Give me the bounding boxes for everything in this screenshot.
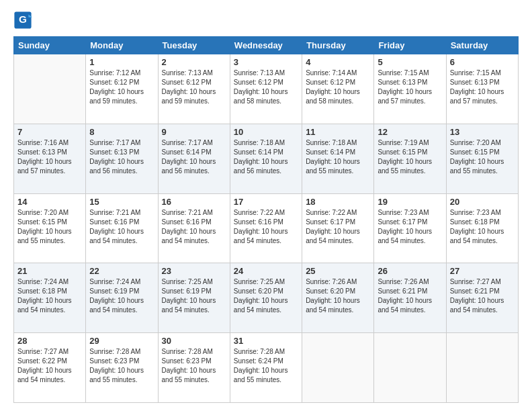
- day-header-tuesday: Tuesday: [158, 37, 230, 54]
- calendar-cell: 20Sunrise: 7:23 AM Sunset: 6:18 PM Dayli…: [446, 193, 518, 263]
- day-header-sunday: Sunday: [14, 37, 86, 54]
- calendar-cell: [446, 333, 518, 403]
- day-info: Sunrise: 7:22 AM Sunset: 6:17 PM Dayligh…: [306, 208, 370, 246]
- day-number: 5: [378, 57, 442, 67]
- day-info: Sunrise: 7:15 AM Sunset: 6:13 PM Dayligh…: [378, 68, 442, 106]
- calendar-cell: 8Sunrise: 7:17 AM Sunset: 6:13 PM Daylig…: [86, 124, 158, 193]
- calendar-cell: 15Sunrise: 7:21 AM Sunset: 6:16 PM Dayli…: [86, 193, 158, 263]
- day-number: 6: [450, 57, 515, 67]
- calendar-cell: [374, 333, 446, 403]
- logo-icon: G: [13, 11, 32, 30]
- week-row-3: 14Sunrise: 7:20 AM Sunset: 6:15 PM Dayli…: [14, 193, 519, 263]
- day-info: Sunrise: 7:25 AM Sunset: 6:19 PM Dayligh…: [162, 277, 226, 315]
- day-number: 19: [378, 197, 442, 207]
- day-info: Sunrise: 7:27 AM Sunset: 6:21 PM Dayligh…: [450, 277, 515, 315]
- day-number: 29: [89, 336, 154, 346]
- day-info: Sunrise: 7:26 AM Sunset: 6:20 PM Dayligh…: [306, 277, 370, 315]
- day-number: 30: [162, 336, 226, 346]
- calendar-cell: 28Sunrise: 7:27 AM Sunset: 6:22 PM Dayli…: [14, 333, 86, 403]
- day-info: Sunrise: 7:27 AM Sunset: 6:22 PM Dayligh…: [17, 347, 82, 385]
- day-info: Sunrise: 7:28 AM Sunset: 6:23 PM Dayligh…: [89, 347, 154, 385]
- header: G: [13, 11, 519, 30]
- day-info: Sunrise: 7:21 AM Sunset: 6:16 PM Dayligh…: [162, 208, 226, 246]
- day-number: 18: [306, 197, 370, 207]
- calendar-cell: 30Sunrise: 7:28 AM Sunset: 6:23 PM Dayli…: [158, 333, 230, 403]
- day-number: 14: [17, 197, 82, 207]
- calendar-table: SundayMondayTuesdayWednesdayThursdayFrid…: [13, 36, 519, 403]
- day-info: Sunrise: 7:24 AM Sunset: 6:19 PM Dayligh…: [89, 277, 154, 315]
- day-number: 11: [306, 127, 370, 137]
- day-info: Sunrise: 7:13 AM Sunset: 6:12 PM Dayligh…: [234, 68, 298, 106]
- day-info: Sunrise: 7:12 AM Sunset: 6:12 PM Dayligh…: [89, 68, 154, 106]
- day-number: 1: [89, 57, 154, 67]
- calendar-cell: 29Sunrise: 7:28 AM Sunset: 6:23 PM Dayli…: [86, 333, 158, 403]
- calendar-cell: 12Sunrise: 7:19 AM Sunset: 6:15 PM Dayli…: [374, 124, 446, 193]
- calendar-cell: 3Sunrise: 7:13 AM Sunset: 6:12 PM Daylig…: [230, 54, 302, 124]
- header-row: SundayMondayTuesdayWednesdayThursdayFrid…: [14, 37, 519, 54]
- calendar-cell: 5Sunrise: 7:15 AM Sunset: 6:13 PM Daylig…: [374, 54, 446, 124]
- day-number: 21: [17, 266, 82, 276]
- calendar-cell: 19Sunrise: 7:23 AM Sunset: 6:17 PM Dayli…: [374, 193, 446, 263]
- calendar-cell: 10Sunrise: 7:18 AM Sunset: 6:14 PM Dayli…: [230, 124, 302, 193]
- day-info: Sunrise: 7:15 AM Sunset: 6:13 PM Dayligh…: [450, 68, 515, 106]
- calendar-cell: 26Sunrise: 7:26 AM Sunset: 6:21 PM Dayli…: [374, 263, 446, 333]
- calendar-cell: 22Sunrise: 7:24 AM Sunset: 6:19 PM Dayli…: [86, 263, 158, 333]
- day-number: 22: [89, 266, 154, 276]
- day-info: Sunrise: 7:17 AM Sunset: 6:14 PM Dayligh…: [162, 138, 226, 176]
- day-number: 15: [89, 197, 154, 207]
- day-number: 10: [234, 127, 298, 137]
- day-info: Sunrise: 7:26 AM Sunset: 6:21 PM Dayligh…: [378, 277, 442, 315]
- day-number: 23: [162, 266, 226, 276]
- day-number: 16: [162, 197, 226, 207]
- day-info: Sunrise: 7:14 AM Sunset: 6:12 PM Dayligh…: [306, 68, 370, 106]
- calendar-cell: 6Sunrise: 7:15 AM Sunset: 6:13 PM Daylig…: [446, 54, 518, 124]
- day-number: 26: [378, 266, 442, 276]
- day-number: 31: [234, 336, 298, 346]
- day-number: 13: [450, 127, 515, 137]
- day-info: Sunrise: 7:18 AM Sunset: 6:14 PM Dayligh…: [234, 138, 298, 176]
- day-number: 25: [306, 266, 370, 276]
- day-header-monday: Monday: [86, 37, 158, 54]
- calendar-cell: 14Sunrise: 7:20 AM Sunset: 6:15 PM Dayli…: [14, 193, 86, 263]
- day-info: Sunrise: 7:20 AM Sunset: 6:15 PM Dayligh…: [17, 208, 82, 246]
- calendar-cell: 24Sunrise: 7:25 AM Sunset: 6:20 PM Dayli…: [230, 263, 302, 333]
- calendar-cell: [302, 333, 374, 403]
- calendar-cell: 23Sunrise: 7:25 AM Sunset: 6:19 PM Dayli…: [158, 263, 230, 333]
- logo: G: [13, 11, 35, 30]
- calendar-cell: 31Sunrise: 7:28 AM Sunset: 6:24 PM Dayli…: [230, 333, 302, 403]
- day-info: Sunrise: 7:19 AM Sunset: 6:15 PM Dayligh…: [378, 138, 442, 176]
- calendar-cell: 13Sunrise: 7:20 AM Sunset: 6:15 PM Dayli…: [446, 124, 518, 193]
- day-info: Sunrise: 7:23 AM Sunset: 6:17 PM Dayligh…: [378, 208, 442, 246]
- calendar-cell: 21Sunrise: 7:24 AM Sunset: 6:18 PM Dayli…: [14, 263, 86, 333]
- day-info: Sunrise: 7:16 AM Sunset: 6:13 PM Dayligh…: [17, 138, 82, 176]
- day-number: 2: [162, 57, 226, 67]
- day-info: Sunrise: 7:20 AM Sunset: 6:15 PM Dayligh…: [450, 138, 515, 176]
- svg-text:G: G: [19, 13, 27, 25]
- day-number: 17: [234, 197, 298, 207]
- calendar-cell: 11Sunrise: 7:18 AM Sunset: 6:14 PM Dayli…: [302, 124, 374, 193]
- day-number: 8: [89, 127, 154, 137]
- week-row-5: 28Sunrise: 7:27 AM Sunset: 6:22 PM Dayli…: [14, 333, 519, 403]
- day-info: Sunrise: 7:13 AM Sunset: 6:12 PM Dayligh…: [162, 68, 226, 106]
- day-number: 9: [162, 127, 226, 137]
- day-header-saturday: Saturday: [446, 37, 518, 54]
- week-row-1: 1Sunrise: 7:12 AM Sunset: 6:12 PM Daylig…: [14, 54, 519, 124]
- day-info: Sunrise: 7:24 AM Sunset: 6:18 PM Dayligh…: [17, 277, 82, 315]
- day-info: Sunrise: 7:17 AM Sunset: 6:13 PM Dayligh…: [89, 138, 154, 176]
- day-header-wednesday: Wednesday: [230, 37, 302, 54]
- day-info: Sunrise: 7:18 AM Sunset: 6:14 PM Dayligh…: [306, 138, 370, 176]
- day-number: 3: [234, 57, 298, 67]
- day-number: 20: [450, 197, 515, 207]
- day-number: 4: [306, 57, 370, 67]
- week-row-2: 7Sunrise: 7:16 AM Sunset: 6:13 PM Daylig…: [14, 124, 519, 193]
- calendar-cell: 16Sunrise: 7:21 AM Sunset: 6:16 PM Dayli…: [158, 193, 230, 263]
- calendar-cell: 2Sunrise: 7:13 AM Sunset: 6:12 PM Daylig…: [158, 54, 230, 124]
- day-header-friday: Friday: [374, 37, 446, 54]
- day-number: 12: [378, 127, 442, 137]
- calendar-cell: 17Sunrise: 7:22 AM Sunset: 6:16 PM Dayli…: [230, 193, 302, 263]
- day-number: 7: [17, 127, 82, 137]
- day-header-thursday: Thursday: [302, 37, 374, 54]
- calendar-cell: 18Sunrise: 7:22 AM Sunset: 6:17 PM Dayli…: [302, 193, 374, 263]
- calendar-cell: 27Sunrise: 7:27 AM Sunset: 6:21 PM Dayli…: [446, 263, 518, 333]
- calendar-cell: 7Sunrise: 7:16 AM Sunset: 6:13 PM Daylig…: [14, 124, 86, 193]
